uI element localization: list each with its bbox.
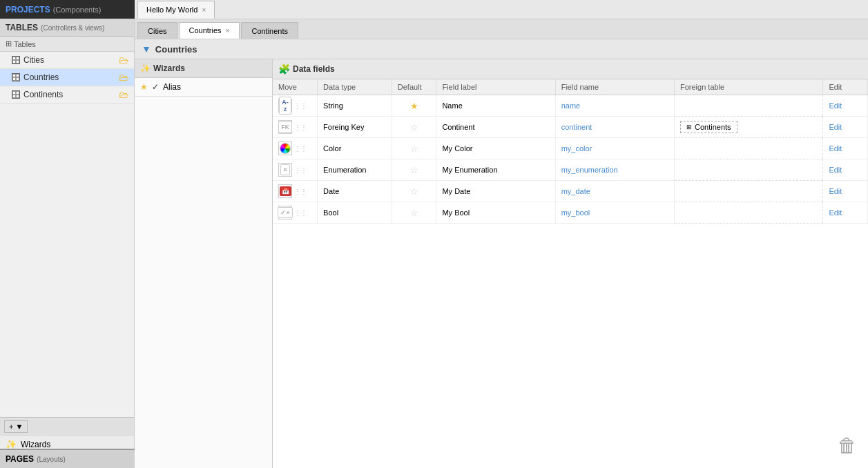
tab-cities[interactable]: Cities	[137, 22, 177, 39]
sidebar-item-continents[interactable]: Continents 🗁	[0, 86, 134, 104]
pages-label: PAGES	[6, 454, 34, 464]
fieldname-link[interactable]: my_bool	[561, 208, 590, 217]
default-cell[interactable]: ☆	[392, 181, 436, 202]
col-foreigntable: Foreign table	[675, 79, 823, 95]
alias-label: Alias	[163, 82, 181, 92]
edit-cell[interactable]: Edit	[823, 181, 868, 202]
edit-cell[interactable]: Edit	[823, 95, 868, 117]
fieldlabel-cell: My Enumeration	[436, 159, 555, 181]
edit-cell[interactable]: Edit	[823, 138, 868, 159]
default-star-empty[interactable]: ☆	[410, 144, 418, 154]
foreigntable-cell	[675, 138, 823, 159]
tab-continents-label: Continents	[251, 27, 288, 35]
main-tab[interactable]: Hello My World ×	[137, 1, 215, 19]
tab-cities-label: Cities	[148, 27, 167, 35]
tables-label: TABLES	[6, 23, 38, 32]
foreigntable-cell: ⊞Continents	[675, 117, 823, 138]
pages-sub: (Layouts)	[37, 456, 66, 463]
folder-icon-continents[interactable]: 🗁	[119, 89, 128, 100]
edit-link[interactable]: Edit	[829, 144, 842, 153]
default-star-empty[interactable]: ☆	[410, 165, 418, 175]
move-cell: 📅 ⋮⋮	[273, 181, 318, 202]
row-icon	[278, 142, 292, 155]
add-button[interactable]: + ▼	[4, 420, 28, 433]
default-star-empty[interactable]: ☆	[410, 208, 418, 218]
edit-link[interactable]: Edit	[829, 123, 842, 131]
row-icon: FK	[278, 120, 292, 134]
tab-countries[interactable]: Countries ×	[179, 22, 240, 39]
table-row[interactable]: ⋮⋮ Color ☆ My Color my_color Edit	[273, 138, 868, 159]
table-row[interactable]: A-z ⋮⋮ String ★ Name name Edit	[273, 95, 868, 117]
table-row[interactable]: ≡ ⋮⋮ Enumeration ☆ My Enumeration my_enu…	[273, 159, 868, 181]
tables-section-label: Tables	[14, 40, 36, 48]
tab-countries-close[interactable]: ×	[226, 27, 230, 35]
edit-link[interactable]: Edit	[829, 166, 842, 174]
default-star-filled[interactable]: ★	[410, 101, 418, 111]
move-cell: ⋮⋮	[273, 138, 318, 159]
edit-cell[interactable]: Edit	[823, 117, 868, 138]
trash-icon[interactable]: 🗑	[838, 435, 857, 456]
table-row[interactable]: 📅 ⋮⋮ Date ☆ My Date my_date Edit	[273, 181, 868, 202]
table-area: ✨ Wizards ★ ✓ Alias 🧩 Data fields	[135, 59, 868, 468]
wizards-header-label: Wizards	[153, 64, 185, 73]
fieldname-link[interactable]: my_date	[561, 187, 590, 195]
edit-cell[interactable]: Edit	[823, 159, 868, 181]
fieldname-cell: continent	[555, 117, 674, 138]
move-cell: FK ⋮⋮	[273, 117, 318, 138]
data-fields-label: Data fields	[293, 64, 335, 74]
fieldname-link[interactable]: my_color	[561, 144, 592, 153]
fieldname-link[interactable]: my_enumeration	[561, 166, 618, 174]
fieldname-cell: my_color	[555, 138, 674, 159]
default-cell[interactable]: ☆	[392, 159, 436, 181]
trash-area: 🗑	[838, 434, 857, 457]
move-dots[interactable]: ⋮⋮	[294, 166, 307, 174]
move-dots[interactable]: ⋮⋮	[294, 102, 307, 110]
datatype-cell: Date	[318, 181, 392, 202]
move-dots[interactable]: ⋮⋮	[294, 124, 307, 131]
row-icon: 📅	[278, 184, 292, 198]
fieldname-link[interactable]: continent	[561, 123, 592, 131]
default-cell[interactable]: ☆	[392, 117, 436, 138]
table-icon-countries	[11, 72, 21, 82]
col-datatype: Data type	[318, 79, 392, 95]
sidebar-item-countries[interactable]: Countries 🗁	[0, 69, 134, 86]
content-tabs: Cities Countries × Continents	[135, 19, 868, 39]
edit-link[interactable]: Edit	[829, 208, 842, 217]
table-row[interactable]: ✓× ⋮⋮ Bool ☆ My Bool my_bool Edit	[273, 202, 868, 224]
foreigntable-cell	[675, 95, 823, 117]
right-panel: 🧩 Data fields Move Data type Default Fie…	[273, 59, 868, 468]
default-star-empty[interactable]: ☆	[410, 186, 418, 197]
foreign-table-badge: ⊞Continents	[680, 121, 737, 133]
datatype-cell: Bool	[318, 202, 392, 224]
edit-cell[interactable]: Edit	[823, 202, 868, 224]
sidebar-item-cities[interactable]: Cities 🗁	[0, 52, 134, 69]
fieldname-link[interactable]: name	[561, 101, 581, 110]
check-alias-icon: ✓	[152, 82, 159, 92]
move-dots[interactable]: ⋮⋮	[294, 209, 307, 217]
table-icon-cities	[11, 55, 21, 65]
move-dots[interactable]: ⋮⋮	[294, 188, 307, 195]
folder-icon-countries[interactable]: 🗁	[119, 72, 128, 83]
fieldname-cell: my_enumeration	[555, 159, 674, 181]
move-dots[interactable]: ⋮⋮	[294, 145, 307, 153]
fields-table: Move Data type Default Field label Field…	[273, 79, 868, 224]
sidebar-label-continents: Continents	[23, 90, 116, 99]
edit-link[interactable]: Edit	[829, 187, 842, 195]
foreigntable-cell	[675, 159, 823, 181]
default-cell[interactable]: ★	[392, 95, 436, 117]
default-cell[interactable]: ☆	[392, 138, 436, 159]
default-star-empty[interactable]: ☆	[410, 122, 418, 133]
main-tab-close[interactable]: ×	[202, 6, 206, 14]
edit-link[interactable]: Edit	[829, 101, 842, 110]
foreigntable-cell	[675, 181, 823, 202]
alias-row[interactable]: ★ ✓ Alias	[135, 78, 272, 97]
fieldlabel-cell: Continent	[436, 117, 555, 138]
sidebar-label-countries: Countries	[23, 72, 116, 82]
foreigntable-cell	[675, 202, 823, 224]
folder-icon-cities[interactable]: 🗁	[119, 55, 128, 66]
table-row[interactable]: FK ⋮⋮ Foreing Key ☆ Continent continent …	[273, 117, 868, 138]
tab-continents[interactable]: Continents	[241, 22, 298, 39]
sidebar-list: Cities 🗁 Countries 🗁 Continents 🗁	[0, 52, 134, 417]
default-cell[interactable]: ☆	[392, 202, 436, 224]
tab-countries-label: Countries	[189, 26, 222, 35]
